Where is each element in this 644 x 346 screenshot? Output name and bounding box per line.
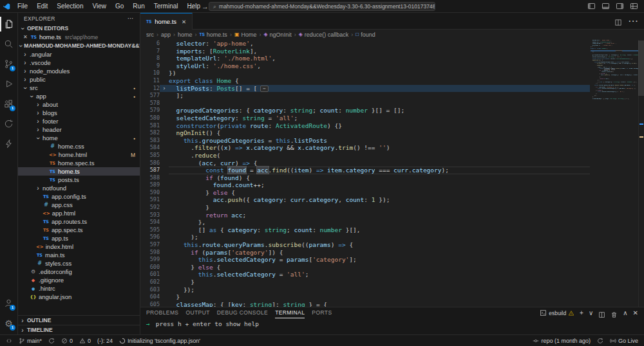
status-sync-status[interactable] bbox=[594, 335, 607, 346]
code-line[interactable]: 603 }); bbox=[140, 286, 590, 294]
status-gitlens-commit[interactable]: repo (1 month ago) bbox=[529, 335, 594, 346]
open-editors-header[interactable]: › OPEN EDITORS bbox=[18, 24, 140, 33]
terminal-instance[interactable]: esbuild bbox=[540, 309, 574, 316]
menu-go[interactable]: Go bbox=[111, 0, 128, 13]
forward-icon[interactable]: → bbox=[202, 3, 209, 10]
activity-lightning[interactable] bbox=[0, 134, 17, 154]
file-app.css[interactable]: ›#app.css bbox=[18, 201, 140, 209]
breadcrumb-home-ts[interactable]: TShome.ts bbox=[200, 32, 227, 38]
menu-terminal[interactable]: Terminal bbox=[149, 0, 183, 13]
status-errors[interactable]: 0 bbox=[58, 335, 76, 346]
file-home.spec.ts[interactable]: ›TShome.spec.ts bbox=[18, 159, 140, 167]
code-line[interactable]: 605 classesMap: { [key: string]: string … bbox=[140, 301, 590, 307]
file-app.routes.ts[interactable]: ›TSapp.routes.ts bbox=[18, 217, 140, 226]
code-line[interactable]: 583 this.groupedCategories = this.listPo… bbox=[140, 137, 590, 145]
toggle-panel-icon[interactable] bbox=[601, 2, 610, 10]
toggle-primary-sidebar-icon[interactable] bbox=[587, 2, 596, 10]
more-actions-icon[interactable]: ⋯ bbox=[628, 15, 638, 27]
status-counter[interactable]: (-): 24 bbox=[94, 335, 116, 346]
status-branch[interactable]: main* bbox=[15, 335, 45, 346]
activity-extensions[interactable]: 1 bbox=[0, 94, 17, 114]
code-line[interactable]: 598 if (params['category']) { bbox=[140, 249, 590, 257]
minimap[interactable]: selector: 'app-home', imports: [RouterLi… bbox=[591, 40, 638, 307]
code-line[interactable]: 594 }, bbox=[140, 219, 590, 226]
code-line[interactable]: 592 } bbox=[140, 204, 590, 212]
file-posts.ts[interactable]: ›TSposts.ts bbox=[18, 176, 140, 184]
code-line[interactable]: 600 } else { bbox=[140, 264, 590, 271]
activity-account[interactable]: 1 bbox=[0, 293, 17, 313]
activity-explorer[interactable] bbox=[0, 14, 17, 34]
breadcrumb-home[interactable]: home bbox=[178, 32, 193, 38]
code-line[interactable]: 578 bbox=[140, 100, 590, 107]
menu-selection[interactable]: Selection bbox=[52, 0, 88, 13]
chevron-down-icon[interactable]: ∨ bbox=[589, 310, 593, 316]
toggle-secondary-sidebar-icon[interactable] bbox=[616, 2, 624, 10]
folder-header[interactable]: ›header bbox=[18, 125, 140, 134]
status-go-live[interactable]: Go Live bbox=[607, 335, 641, 346]
folder-home[interactable]: ›home● bbox=[18, 134, 140, 142]
code-line[interactable]: 588 if (found) { bbox=[140, 174, 590, 182]
status-task-progress[interactable]: Initializing 'tsconfig.app.json' bbox=[116, 335, 204, 346]
code-line[interactable]: 586 (acc, curr) => { bbox=[140, 159, 590, 167]
code-line[interactable]: 581 constructor(private route: Activated… bbox=[140, 122, 590, 130]
folder-blogs[interactable]: ›blogs bbox=[18, 109, 140, 117]
split-terminal-icon[interactable] bbox=[598, 309, 605, 316]
file-app.ts[interactable]: ›TSapp.ts bbox=[18, 234, 140, 242]
split-editor-icon[interactable] bbox=[614, 17, 622, 25]
maximize-panel-icon[interactable]: ∧ bbox=[623, 310, 627, 316]
folder-node_modules[interactable]: ›node_modules bbox=[18, 67, 140, 75]
file-styles.css[interactable]: ›#styles.css bbox=[18, 259, 140, 268]
status-remote[interactable] bbox=[3, 335, 15, 346]
command-center-search[interactable]: ⌕ mahmoud-mohamed-ahmed-Monday&&Wednesda… bbox=[209, 2, 435, 11]
file-home.ts[interactable]: ›TShome.ts bbox=[18, 167, 140, 176]
code-line[interactable]: 9 styleUrl: './home.css', bbox=[140, 62, 590, 70]
customize-layout-icon[interactable] bbox=[630, 2, 638, 10]
status-warnings[interactable]: 0 bbox=[76, 335, 94, 346]
panel-tab-output[interactable]: OUTPUT bbox=[185, 307, 209, 318]
activity-search[interactable] bbox=[0, 34, 17, 54]
breadcrumb-src[interactable]: src bbox=[146, 32, 154, 38]
code-line[interactable]: 584 .filter((x) => x.category && x.categ… bbox=[140, 144, 590, 152]
panel-tab-problems[interactable]: PROBLEMS bbox=[146, 307, 178, 318]
folder-app[interactable]: ›app● bbox=[18, 92, 140, 100]
kill-terminal-icon[interactable] bbox=[611, 309, 618, 316]
activity-sync[interactable] bbox=[0, 114, 17, 134]
panel-tab-terminal[interactable]: TERMINAL bbox=[275, 307, 305, 318]
menu-edit[interactable]: Edit bbox=[32, 0, 52, 13]
folder-public[interactable]: ›public bbox=[18, 75, 140, 84]
folder-.angular[interactable]: ›.angular bbox=[18, 50, 140, 59]
back-icon[interactable]: ← bbox=[188, 3, 195, 10]
code-line[interactable]: 582 ngOnInit() { bbox=[140, 129, 590, 137]
close-tab-icon[interactable]: ✕ bbox=[182, 19, 186, 25]
new-terminal-icon[interactable]: + bbox=[580, 310, 583, 316]
panel-tab-debug-console[interactable]: DEBUG CONSOLE bbox=[217, 307, 268, 318]
menu-view[interactable]: View bbox=[88, 0, 111, 13]
code-line[interactable]: 596 ); bbox=[140, 233, 590, 241]
code-line[interactable]: 585 .reduce( bbox=[140, 152, 590, 159]
close-panel-icon[interactable]: ✕ bbox=[633, 310, 638, 316]
file-angular.json[interactable]: ›{}angular.json bbox=[18, 293, 140, 301]
folder-notfound[interactable]: ›notfound bbox=[18, 184, 140, 192]
code-line[interactable]: 604 } bbox=[140, 293, 590, 301]
breadcrumb-app[interactable]: app bbox=[161, 32, 171, 38]
file-.hintrc[interactable]: ›●.hintrc bbox=[18, 284, 140, 293]
file-main.ts[interactable]: ›TSmain.ts bbox=[18, 251, 140, 259]
code-line[interactable]: 589 found.count++; bbox=[140, 181, 590, 189]
code-line[interactable]: 590 } else { bbox=[140, 189, 590, 197]
code-line[interactable]: 593 return acc; bbox=[140, 212, 590, 219]
breadcrumb-home[interactable]: ▣Home bbox=[234, 32, 257, 38]
scrollbar-slider[interactable] bbox=[638, 41, 644, 96]
timeline-header[interactable]: › TIMELINE bbox=[18, 325, 140, 334]
file-app.config.ts[interactable]: ›TSapp.config.ts bbox=[18, 192, 140, 201]
code-line[interactable]: 11export class Home { bbox=[140, 77, 590, 85]
breadcrumb-reduce-callback[interactable]: ◈reduce() callback bbox=[299, 32, 349, 38]
code-editor[interactable]: 6 selector: 'app-home',7 imports: [Route… bbox=[140, 40, 644, 307]
file-app.spec.ts[interactable]: ›TSapp.spec.ts bbox=[18, 226, 140, 234]
activity-run-debug[interactable] bbox=[0, 74, 17, 94]
file-home.css[interactable]: ›#home.css bbox=[18, 142, 140, 150]
folder-src[interactable]: ›src● bbox=[18, 84, 140, 92]
panel-tab-ports[interactable]: PORTS bbox=[312, 307, 332, 318]
file-home.html[interactable]: ›<>home.htmlM bbox=[18, 150, 140, 159]
breadcrumb-found[interactable]: □found bbox=[355, 32, 375, 38]
activity-source-control[interactable]: 1 bbox=[0, 54, 17, 74]
